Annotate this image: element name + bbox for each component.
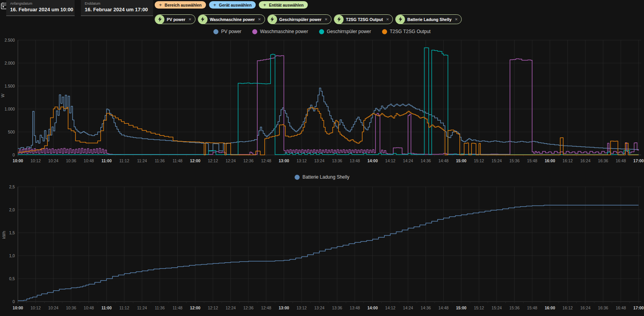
chip-label: PV power	[167, 17, 185, 22]
svg-text:14:48: 14:48	[438, 305, 449, 310]
svg-text:10:00: 10:00	[13, 158, 23, 163]
svg-text:12:48: 12:48	[261, 158, 271, 163]
svg-text:1.000: 1.000	[5, 107, 15, 111]
svg-text:10:12: 10:12	[30, 305, 40, 310]
svg-text:13:48: 13:48	[350, 305, 360, 310]
start-date-value: 16. Februar 2024 um 10:00	[10, 7, 71, 12]
svg-text:10:00: 10:00	[13, 305, 23, 310]
svg-text:17:00: 17:00	[634, 158, 644, 163]
legend-dot-batterie	[295, 175, 300, 180]
select-area-button[interactable]: + Bereich auswählen	[155, 1, 206, 9]
select-device-button[interactable]: + Gerät auswählen	[209, 1, 256, 9]
svg-text:15:48: 15:48	[527, 305, 537, 310]
legend-item-batterie-ladung-shelly[interactable]: Batterie Ladung Shelly	[295, 174, 349, 180]
legend-label: Geschirrspüler power	[327, 29, 371, 34]
start-date-field[interactable]: Anfangsdatum 16. Februar 2024 um 10:00	[6, 0, 75, 16]
svg-text:13:48: 13:48	[350, 158, 360, 163]
svg-text:15:36: 15:36	[509, 158, 519, 163]
svg-text:16:24: 16:24	[580, 305, 590, 310]
entity-chip-t2sg-output[interactable]: T2SG T2SG Output ✕	[334, 14, 393, 24]
svg-text:14:12: 14:12	[385, 305, 395, 310]
lightning-icon	[334, 15, 344, 24]
svg-text:16:36: 16:36	[598, 305, 608, 310]
svg-text:0,5: 0,5	[9, 276, 15, 281]
chip-close-icon[interactable]: ✕	[325, 17, 328, 21]
power-chart-canvas[interactable]: 2.5002.0001.5001.000500010:0010:1210:241…	[0, 37, 644, 167]
svg-text:14:00: 14:00	[367, 305, 378, 310]
chip-close-icon[interactable]: ✕	[386, 17, 389, 21]
svg-text:1.500: 1.500	[5, 84, 15, 88]
battery-chart-canvas[interactable]: 2,52,01,51,00,5010:0010:1210:2410:3610:4…	[0, 182, 644, 316]
legend-item-pv-power[interactable]: PV power	[213, 29, 241, 34]
chip-close-icon[interactable]: ✕	[188, 17, 192, 21]
end-date-value: 16. Februar 2024 um 17:00	[85, 7, 149, 12]
svg-text:17:00: 17:00	[634, 305, 644, 310]
legend-dot-t2sg	[382, 29, 387, 34]
svg-text:11:12: 11:12	[119, 158, 129, 163]
legend-item-geschirrspueler-power[interactable]: Geschirrspüler power	[319, 29, 371, 34]
svg-text:12:12: 12:12	[208, 305, 218, 310]
svg-text:16:12: 16:12	[562, 158, 572, 163]
plus-icon: +	[263, 2, 266, 8]
svg-text:13:36: 13:36	[332, 158, 342, 163]
end-date-label: Enddatum	[85, 2, 149, 5]
svg-text:2,5: 2,5	[9, 184, 15, 189]
svg-text:2,0: 2,0	[9, 207, 15, 212]
svg-text:15:24: 15:24	[492, 305, 502, 310]
svg-text:12:00: 12:00	[190, 158, 201, 163]
entity-chip-waschmaschine-power[interactable]: Waschmaschine power ✕	[198, 14, 265, 24]
entity-chip-pv-power[interactable]: PV power ✕	[155, 14, 195, 24]
svg-text:15:00: 15:00	[456, 158, 466, 163]
legend-dot-pv	[213, 29, 218, 34]
svg-text:16:00: 16:00	[545, 158, 555, 163]
legend-item-waschmaschine-power[interactable]: Waschmaschine power	[252, 29, 308, 34]
lightning-icon	[198, 15, 208, 24]
svg-text:13:00: 13:00	[279, 158, 289, 163]
chip-close-icon[interactable]: ✕	[258, 17, 261, 21]
entity-chip-geschirrspueler-power[interactable]: Geschirrspüler power ✕	[267, 14, 332, 24]
svg-text:12:24: 12:24	[225, 158, 236, 163]
plus-icon: +	[213, 2, 216, 8]
svg-text:10:36: 10:36	[66, 158, 76, 163]
svg-text:16:48: 16:48	[616, 158, 626, 163]
filter-button-row: + Bereich auswählen + Gerät auswählen + …	[155, 1, 308, 9]
legend-label: T2SG T2SG Output	[390, 29, 431, 34]
legend-dot-waschmaschine	[252, 29, 257, 34]
lightning-icon	[396, 15, 405, 24]
svg-text:11:24: 11:24	[137, 158, 147, 163]
svg-text:13:24: 13:24	[314, 158, 325, 163]
svg-text:15:00: 15:00	[456, 305, 466, 310]
svg-text:10:12: 10:12	[30, 158, 40, 163]
legend-item-t2sg-output[interactable]: T2SG T2SG Output	[382, 29, 431, 34]
svg-text:0: 0	[12, 153, 15, 157]
svg-text:11:36: 11:36	[155, 305, 165, 310]
svg-text:11:48: 11:48	[173, 305, 183, 310]
chip-close-icon[interactable]: ✕	[455, 17, 458, 21]
svg-text:11:12: 11:12	[119, 305, 129, 310]
svg-text:16:24: 16:24	[580, 158, 590, 163]
svg-text:12:48: 12:48	[261, 305, 271, 310]
svg-text:14:24: 14:24	[403, 158, 413, 163]
svg-text:16:48: 16:48	[616, 305, 626, 310]
select-entity-button[interactable]: + Entität auswählen	[259, 1, 308, 9]
svg-text:500: 500	[8, 130, 15, 134]
power-chart-unit-label: W	[1, 94, 5, 97]
svg-text:14:36: 14:36	[421, 305, 431, 310]
svg-text:10:48: 10:48	[84, 305, 94, 310]
end-date-field[interactable]: Enddatum 16. Februar 2024 um 17:00	[81, 0, 153, 16]
chip-label: Geschirrspüler power	[279, 17, 322, 22]
battery-chart-unit-label: kWh	[2, 231, 6, 239]
chip-label: T2SG T2SG Output	[346, 17, 383, 22]
select-device-label: Gerät auswählen	[219, 3, 251, 7]
svg-text:15:12: 15:12	[474, 158, 484, 163]
chip-label: Waschmaschine power	[210, 17, 255, 22]
svg-text:16:12: 16:12	[562, 305, 572, 310]
svg-text:12:36: 12:36	[243, 305, 253, 310]
entity-chip-batterie-ladung-shelly[interactable]: Batterie Ladung Shelly ✕	[395, 14, 462, 24]
svg-text:15:36: 15:36	[509, 305, 519, 310]
svg-text:15:24: 15:24	[492, 158, 502, 163]
svg-text:13:36: 13:36	[332, 305, 342, 310]
legend-label: PV power	[221, 29, 241, 34]
svg-text:13:12: 13:12	[297, 305, 307, 310]
svg-text:11:00: 11:00	[101, 158, 112, 163]
